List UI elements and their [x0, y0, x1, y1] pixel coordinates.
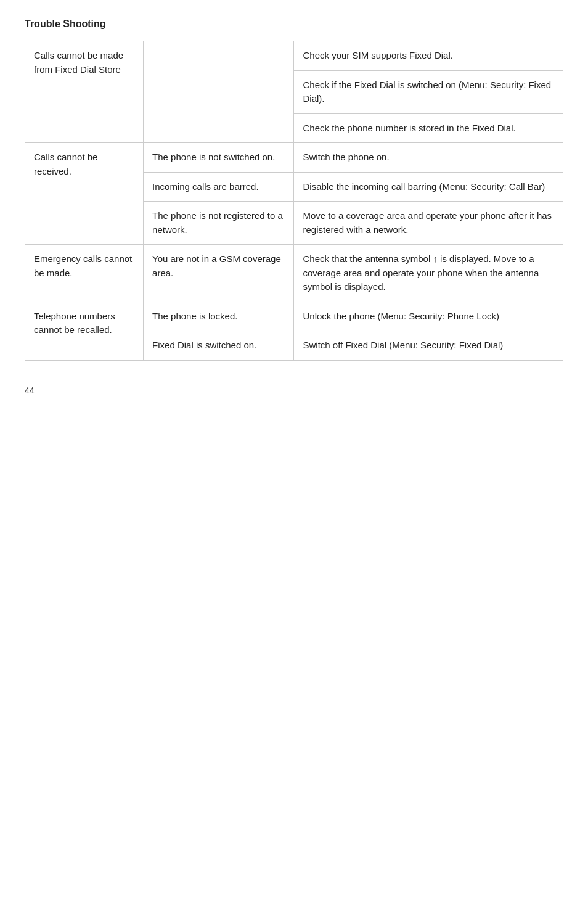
- solution-move-coverage: Move to a coverage area and operate your…: [294, 202, 563, 245]
- table-row: Calls cannot be received. The phone is n…: [25, 143, 563, 173]
- problem-calls-not-received: Calls cannot be received.: [25, 143, 144, 245]
- cause-phone-locked: The phone is locked.: [144, 302, 294, 331]
- table-row: Calls cannot be made from Fixed Dial Sto…: [25, 41, 563, 71]
- cause-not-registered: The phone is not registered to a network…: [144, 202, 294, 245]
- solution-switch-off-fixed-dial: Switch off Fixed Dial (Menu: Security: F…: [294, 331, 563, 361]
- cause-not-switched-on: The phone is not switched on.: [144, 143, 294, 173]
- cause-fixed-dial-store: [144, 41, 294, 143]
- problem-emergency-calls: Emergency calls cannot be made.: [25, 245, 144, 302]
- table-row: Emergency calls cannot be made. You are …: [25, 245, 563, 302]
- table-row: Telephone numbers cannot be recalled. Th…: [25, 302, 563, 331]
- solution-check-antenna: Check that the antenna symbol ↑ is displ…: [294, 245, 563, 302]
- solution-switch-on: Switch the phone on.: [294, 143, 563, 173]
- cause-fixed-dial-on: Fixed Dial is switched on.: [144, 331, 294, 361]
- cause-not-gsm: You are not in a GSM coverage area.: [144, 245, 294, 302]
- solution-fixed-dial-3: Check the phone number is stored in the …: [294, 113, 563, 143]
- problem-fixed-dial-store: Calls cannot be made from Fixed Dial Sto…: [25, 41, 144, 143]
- page-title: Trouble Shooting: [25, 19, 563, 30]
- troubleshooting-table: Calls cannot be made from Fixed Dial Sto…: [25, 41, 563, 361]
- solution-fixed-dial-1: Check your SIM supports Fixed Dial.: [294, 41, 563, 71]
- cause-calls-barred: Incoming calls are barred.: [144, 172, 294, 202]
- solution-disable-barring: Disable the incoming call barring (Menu:…: [294, 172, 563, 202]
- solution-fixed-dial-2: Check if the Fixed Dial is switched on (…: [294, 70, 563, 113]
- solution-unlock-phone: Unlock the phone (Menu: Security: Phone …: [294, 302, 563, 331]
- page-number: 44: [25, 385, 563, 395]
- problem-numbers-not-recalled: Telephone numbers cannot be recalled.: [25, 302, 144, 360]
